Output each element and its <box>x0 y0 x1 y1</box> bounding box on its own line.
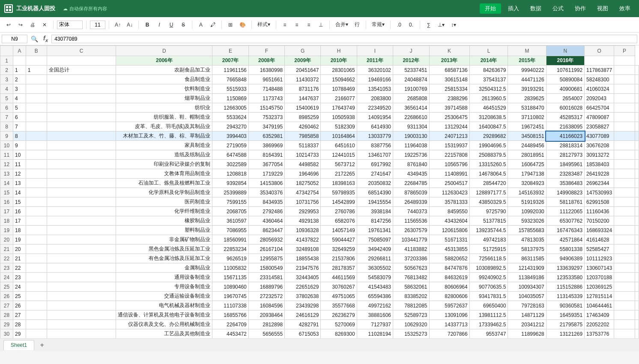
table-cell[interactable]: 木材加工及木、竹、藤、棕、草制品业 <box>116 131 212 141</box>
table-cell[interactable]: 13315260.5 <box>469 160 508 169</box>
table-cell[interactable] <box>635 122 639 131</box>
table-cell[interactable] <box>47 131 116 141</box>
table-cell[interactable]: 文教体育用品制造业 <box>116 169 212 179</box>
col-header-g[interactable]: G <box>285 46 321 56</box>
table-cell[interactable] <box>47 197 116 207</box>
menu-formula[interactable]: 公式 <box>548 3 568 14</box>
table-cell[interactable]: 107611992 <box>546 66 584 75</box>
table-cell[interactable] <box>26 320 47 329</box>
table-cell[interactable]: 11107338 <box>212 301 248 310</box>
table-cell[interactable]: 4 <box>13 94 26 103</box>
table-cell[interactable]: 86311585 <box>508 254 546 263</box>
table-cell[interactable]: 8623447 <box>248 226 284 235</box>
table-cell[interactable] <box>26 329 47 339</box>
table-cell[interactable] <box>635 75 639 84</box>
table-cell[interactable]: 11408991 <box>429 169 469 179</box>
table-cell[interactable]: 79728163 <box>508 301 546 310</box>
table-cell[interactable]: 24489456 <box>508 141 546 150</box>
table-cell[interactable]: 8731176 <box>285 84 321 94</box>
table-cell[interactable]: 120615806 <box>429 226 469 235</box>
table-cell[interactable]: 14678064.5 <box>469 169 508 179</box>
table-cell[interactable] <box>47 320 116 329</box>
strikethrough-button[interactable]: S <box>178 20 188 30</box>
table-cell[interactable]: 7127937 <box>357 320 393 329</box>
table-cell[interactable]: 5182309 <box>321 122 357 131</box>
table-cell[interactable]: 2654007 <box>546 94 584 103</box>
col-header-f[interactable]: F <box>248 46 284 56</box>
table-cell[interactable] <box>26 160 47 169</box>
table-cell[interactable]: 24 <box>13 282 26 292</box>
table-cell[interactable]: 3 <box>13 84 26 94</box>
table-cell[interactable]: 32649259 <box>321 245 357 254</box>
col-header-j[interactable]: J <box>393 46 430 56</box>
table-cell[interactable]: 26962344 <box>585 179 614 188</box>
table-cell[interactable]: 医药制造业 <box>116 197 212 207</box>
table-cell[interactable]: 39714588 <box>429 103 469 113</box>
col-header-d[interactable]: D <box>116 46 212 56</box>
table-cell[interactable]: 18 <box>13 226 26 235</box>
table-cell[interactable]: 8164391 <box>248 150 284 160</box>
table-cell[interactable]: 11961156 <box>212 66 248 75</box>
table-cell[interactable]: 5656555 <box>248 329 284 339</box>
table-cell[interactable]: 11899628 <box>508 329 546 339</box>
table-cell[interactable] <box>635 263 639 273</box>
table-cell[interactable] <box>635 301 639 310</box>
table-cell[interactable]: 2929953 <box>285 207 321 216</box>
table-cell[interactable] <box>635 197 639 207</box>
table-cell[interactable]: 11005832 <box>212 263 248 273</box>
table-cell[interactable]: 黑色金属冶炼及压延加工业 <box>116 245 212 254</box>
table-cell[interactable]: 11028194 <box>357 329 393 339</box>
table-cell[interactable]: 59798935 <box>321 188 357 197</box>
table-cell[interactable] <box>47 245 116 254</box>
align-left-button[interactable]: ≡ <box>280 20 290 30</box>
table-cell[interactable]: 103441779 <box>393 235 430 245</box>
align-center-button[interactable]: ≡ <box>292 20 302 30</box>
table-cell[interactable]: 58820652 <box>429 254 469 263</box>
table-cell[interactable]: 24071213 <box>429 131 469 141</box>
table-cell[interactable] <box>614 188 635 197</box>
table-cell[interactable] <box>635 150 639 160</box>
table-cell[interactable]: 23 <box>13 273 26 282</box>
table-cell[interactable]: 4349435 <box>393 169 430 179</box>
table-cell[interactable]: 塑料制品业 <box>116 226 212 235</box>
table-cell[interactable]: 19415554 <box>357 197 393 207</box>
table-cell[interactable] <box>47 150 116 160</box>
table-cell[interactable] <box>26 310 47 320</box>
table-cell[interactable] <box>47 282 116 292</box>
table-cell[interactable]: 5270069 <box>321 320 357 329</box>
eraser-button[interactable]: ✕ <box>39 20 50 30</box>
table-cell[interactable]: 52585427 <box>585 245 614 254</box>
table-cell[interactable]: 19670745 <box>212 292 248 301</box>
table-cell[interactable]: 40900681 <box>546 84 584 94</box>
table-cell[interactable]: 90770635.5 <box>469 282 508 292</box>
table-cell[interactable]: 3479195 <box>248 122 284 131</box>
table-cell[interactable]: 交通运输设备制造业 <box>116 292 212 301</box>
table-cell[interactable]: 4498582 <box>285 160 321 169</box>
table-cell[interactable]: 51919326 <box>508 197 546 207</box>
table-cell[interactable] <box>614 160 635 169</box>
table-cell[interactable]: 2741647 <box>357 169 393 179</box>
table-cell[interactable]: 14153806 <box>248 179 284 188</box>
table-cell[interactable]: 17947138 <box>508 169 546 179</box>
table-cell[interactable] <box>47 301 116 310</box>
table-cell[interactable]: 烟草制品业 <box>116 94 212 103</box>
redo-button[interactable]: ↪ <box>15 20 26 30</box>
table-cell[interactable] <box>26 207 47 216</box>
table-cell[interactable]: 29289682 <box>469 131 508 141</box>
table-cell[interactable]: 11430372 <box>285 75 321 84</box>
table-cell[interactable] <box>47 113 116 122</box>
table-cell[interactable]: 10992030 <box>508 207 546 216</box>
font-grow-button[interactable]: A↑ <box>113 20 123 30</box>
table-cell[interactable]: 25004517 <box>429 179 469 188</box>
table-cell[interactable]: 13121269 <box>546 329 584 339</box>
table-cell[interactable]: 113145339 <box>546 292 584 301</box>
table-cell[interactable]: 2812898 <box>248 320 284 329</box>
table-cell[interactable]: 37802638 <box>285 292 321 301</box>
table-cell[interactable]: 28301065 <box>321 66 357 75</box>
table-cell[interactable] <box>614 66 635 75</box>
table-cell[interactable]: 金属制品业 <box>116 263 212 273</box>
table-cell[interactable] <box>26 282 47 292</box>
table-cell[interactable]: 94906389 <box>546 254 584 263</box>
wrap-button[interactable]: 行 <box>352 20 362 30</box>
table-cell[interactable]: 58632061 <box>393 282 430 292</box>
